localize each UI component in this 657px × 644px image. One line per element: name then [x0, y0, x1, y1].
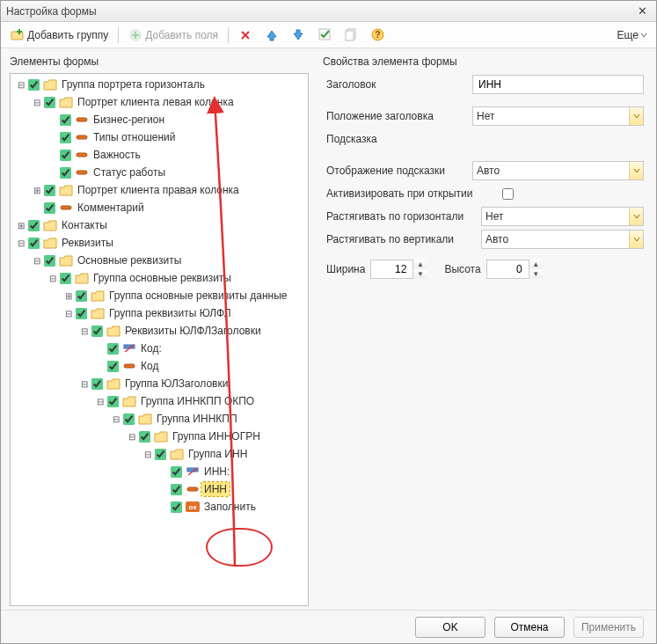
tree-checkbox[interactable] [28, 238, 40, 249]
tree-row[interactable]: ⊞Группа основные реквизиты данные [63, 287, 290, 304]
collapse-icon[interactable]: ⊟ [111, 413, 121, 424]
tree-row[interactable]: ⊟Группа реквизиты ЮЛФЛ [63, 304, 234, 322]
tree-row[interactable]: ИНН [158, 480, 230, 498]
tree-checkbox[interactable] [60, 273, 71, 284]
tree-row[interactable]: ⊞Портрет клиента правая колонка [32, 181, 242, 199]
tree-row[interactable]: ИНН: [158, 463, 232, 480]
check-all-button[interactable] [313, 26, 336, 45]
tree-row[interactable]: Типы отношений [47, 128, 179, 146]
tree-checkbox[interactable] [107, 343, 119, 355]
tree-row[interactable]: ⊟Портрет клиента левая колонка [32, 93, 237, 111]
tree-row[interactable]: Важность [47, 146, 143, 164]
tree-checkbox[interactable] [28, 220, 40, 231]
tree-row[interactable]: ⊟Группа ИННКПП ОКПО [95, 392, 257, 410]
collapse-icon[interactable]: ⊟ [127, 431, 137, 442]
tree-checkbox[interactable] [60, 150, 71, 161]
height-spinner[interactable]: Высота ▲ ▼ [444, 260, 542, 279]
tree-checkbox[interactable] [44, 185, 55, 196]
tree-checkbox[interactable] [171, 501, 182, 513]
tree-checkbox[interactable] [60, 114, 71, 126]
more-menu-button[interactable]: Еще [614, 29, 651, 41]
tree-row[interactable]: ⊟Группа ИННОГРН [127, 428, 263, 445]
tree-checkbox[interactable] [44, 97, 55, 108]
tree-row[interactable]: ⊟Реквизиты [16, 234, 116, 252]
tree-row[interactable]: ⊟Группа ИННКПП [111, 410, 240, 428]
tree-row[interactable]: окЗаполнить [158, 498, 259, 516]
chevron-down-icon[interactable] [629, 208, 643, 225]
tree-row[interactable]: ⊞Контакты [16, 216, 110, 234]
tree-checkbox[interactable] [155, 449, 166, 460]
stretch-h-combo[interactable]: Нет [481, 207, 644, 226]
spin-up-icon[interactable]: ▲ [413, 260, 427, 269]
ok-button[interactable]: OK [415, 617, 485, 638]
tree-checkbox[interactable] [171, 484, 182, 495]
spin-down-icon[interactable]: ▼ [529, 269, 543, 279]
cancel-button[interactable]: Отмена [494, 617, 565, 638]
title-input[interactable] [472, 75, 644, 94]
move-up-button[interactable] [260, 26, 283, 45]
delete-button[interactable] [234, 26, 257, 45]
tree-item-label: Реквизиты [59, 236, 116, 250]
tree-checkbox[interactable] [107, 396, 119, 407]
spin-down-icon[interactable]: ▼ [413, 269, 427, 279]
tree-row[interactable]: Комментарий [32, 199, 147, 216]
expand-icon[interactable]: ⊞ [32, 185, 42, 195]
tree-row[interactable]: Статус работы [47, 164, 168, 181]
tree[interactable]: ⊟Группа портрета горизонталь⊟Портрет кли… [10, 73, 309, 606]
tree-row[interactable]: ⊟Группа ИНН [142, 445, 250, 463]
tree-checkbox[interactable] [76, 290, 87, 302]
collapse-icon[interactable]: ⊟ [32, 97, 42, 107]
expand-icon[interactable]: ⊞ [16, 220, 26, 231]
collapse-icon[interactable]: ⊟ [16, 79, 26, 90]
tree-row[interactable]: Бизнес-регион [47, 111, 167, 128]
tree-checkbox[interactable] [60, 132, 71, 143]
tree-row[interactable]: Код: [95, 340, 164, 357]
chevron-down-icon [640, 32, 647, 39]
hint-display-combo[interactable]: Авто [472, 161, 644, 180]
chevron-down-icon[interactable] [629, 107, 643, 125]
tree-checkbox[interactable] [139, 431, 150, 443]
width-spinner[interactable]: Ширина ▲ ▼ [326, 260, 427, 279]
move-down-button[interactable] [287, 26, 310, 45]
tree-checkbox[interactable] [60, 167, 71, 179]
close-icon[interactable]: ✕ [633, 4, 651, 18]
help-button[interactable]: ? [366, 26, 389, 45]
spin-up-icon[interactable]: ▲ [529, 260, 543, 269]
expand-icon[interactable]: ⊞ [63, 290, 74, 301]
tree-checkbox[interactable] [91, 378, 103, 390]
title-input-field[interactable] [477, 77, 639, 91]
collapse-icon[interactable]: ⊟ [79, 326, 90, 336]
collapse-icon[interactable]: ⊟ [63, 308, 74, 318]
svg-rect-13 [77, 153, 87, 157]
stretch-v-combo[interactable]: Авто [481, 230, 644, 249]
tree-checkbox[interactable] [76, 308, 87, 319]
tree-row[interactable]: ⊟Группа портрета горизонталь [16, 76, 208, 93]
collapse-icon[interactable]: ⊟ [16, 238, 26, 248]
tree-checkbox[interactable] [91, 326, 103, 337]
copy-button[interactable] [339, 26, 362, 45]
tree-checkbox[interactable] [44, 202, 55, 214]
tree-checkbox[interactable] [123, 413, 135, 425]
collapse-icon[interactable]: ⊟ [47, 273, 58, 283]
tree-row[interactable]: ⊟Группа ЮЛЗаголовки [79, 375, 230, 392]
chevron-down-icon[interactable] [629, 231, 643, 248]
tree-row[interactable]: ⊟Группа основные реквизиты [47, 269, 234, 287]
collapse-icon[interactable]: ⊟ [142, 449, 153, 459]
tree-checkbox[interactable] [28, 79, 40, 91]
svg-text:?: ? [375, 30, 380, 40]
tree-row[interactable]: Код [95, 357, 161, 375]
tree-checkbox[interactable] [107, 361, 119, 372]
collapse-icon[interactable]: ⊟ [32, 255, 42, 266]
tree-checkbox[interactable] [171, 466, 182, 478]
tree-checkbox[interactable] [44, 255, 55, 267]
chevron-down-icon[interactable] [629, 162, 643, 179]
more-label: Еще [617, 29, 639, 41]
collapse-icon[interactable]: ⊟ [79, 378, 90, 389]
add-group-button[interactable]: Добавить группу [6, 26, 113, 45]
collapse-icon[interactable]: ⊟ [95, 396, 106, 406]
tree-row[interactable]: ⊟Реквизиты ЮЛФЛЗаголовки [79, 322, 264, 340]
activate-checkbox[interactable] [502, 188, 514, 200]
title-pos-combo[interactable]: Нет [472, 106, 644, 126]
tree-row[interactable]: ⊟Основные реквизиты [32, 252, 184, 269]
tree-item-label: Контакты [59, 218, 110, 232]
